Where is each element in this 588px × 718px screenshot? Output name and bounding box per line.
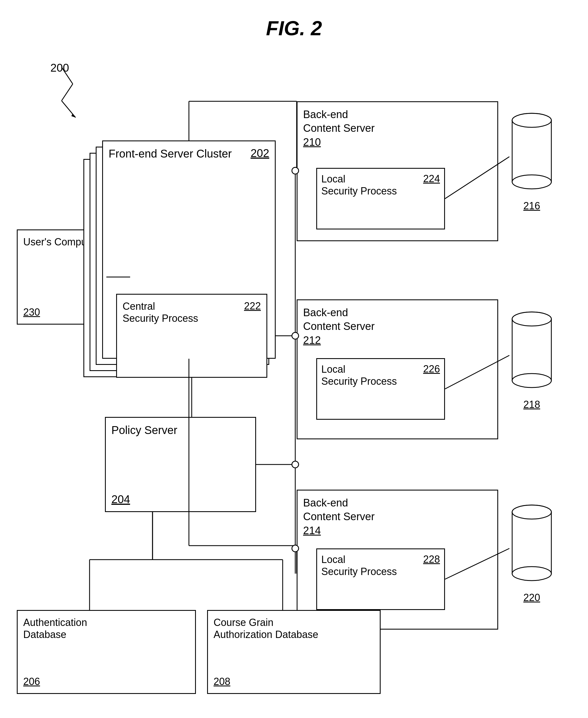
auth-db-number: 206 xyxy=(23,676,189,688)
svg-point-15 xyxy=(512,505,551,519)
backend-210-title: Back-end Content Server 210 xyxy=(303,108,375,149)
backend-212-title: Back-end Content Server 212 xyxy=(303,306,375,347)
course-grain-db-number: 208 xyxy=(213,676,374,688)
cylinder-218-svg xyxy=(509,308,554,397)
frontend-label: Front-end Server Cluster xyxy=(109,147,232,160)
policy-server-number: 204 xyxy=(111,493,250,506)
cylinder-216-svg xyxy=(509,109,554,199)
svg-point-10 xyxy=(512,374,551,387)
central-security-box: Central Security Process 222 xyxy=(116,294,267,378)
cylinder-218: 218 xyxy=(509,308,554,410)
svg-point-14 xyxy=(512,567,551,580)
svg-rect-13 xyxy=(512,512,551,574)
svg-point-11 xyxy=(512,312,551,326)
local-228-box: Local Security Process 228 xyxy=(316,548,445,610)
local-224-label: Local Security Process xyxy=(321,173,397,197)
auth-db-box: Authentication Database 206 xyxy=(17,610,196,694)
local-224-number: 224 xyxy=(423,173,440,185)
central-security-label: Central Security Process xyxy=(123,300,198,324)
cylinder-220-svg xyxy=(509,501,554,590)
svg-rect-5 xyxy=(512,120,551,182)
course-grain-db-label: Course Grain Authorization Database xyxy=(213,616,374,640)
cylinder-216-number: 216 xyxy=(523,200,540,212)
page-title: FIG. 2 xyxy=(266,17,322,40)
svg-rect-9 xyxy=(512,319,551,381)
cylinder-218-number: 218 xyxy=(523,399,540,410)
local-228-number: 228 xyxy=(423,553,440,565)
course-grain-db-box: Course Grain Authorization Database 208 xyxy=(207,610,381,694)
policy-server-label: Policy Server xyxy=(111,423,177,437)
auth-db-label: Authentication Database xyxy=(23,616,189,640)
local-226-box: Local Security Process 226 xyxy=(316,358,445,420)
local-224-box: Local Security Process 224 xyxy=(316,168,445,229)
svg-point-7 xyxy=(512,113,551,127)
svg-line-0 xyxy=(62,67,73,84)
svg-line-1 xyxy=(62,84,73,101)
local-226-label: Local Security Process xyxy=(321,363,397,387)
local-228-label: Local Security Process xyxy=(321,553,397,577)
frontend-number: 202 xyxy=(251,147,269,160)
backend-214-title: Back-end Content Server 214 xyxy=(303,496,375,537)
svg-point-6 xyxy=(512,175,551,189)
svg-line-2 xyxy=(62,101,76,118)
central-security-number: 222 xyxy=(244,300,261,312)
policy-server-box: Policy Server 204 xyxy=(105,417,256,512)
svg-point-39 xyxy=(292,461,299,468)
zigzag-arrow xyxy=(45,62,106,123)
cylinder-216: 216 xyxy=(509,109,554,212)
cylinder-220: 220 xyxy=(509,501,554,604)
cylinder-220-number: 220 xyxy=(523,592,540,604)
local-226-number: 226 xyxy=(423,363,440,375)
